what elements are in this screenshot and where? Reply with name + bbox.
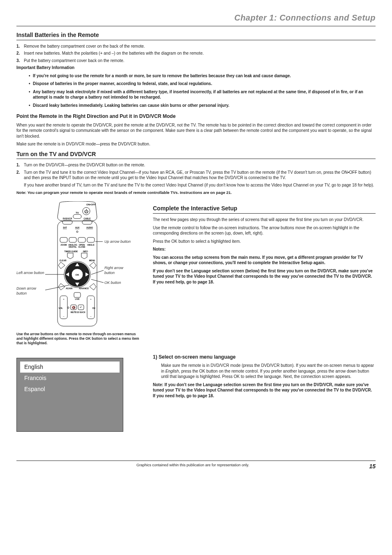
svg-text:DVD/VCR: DVD/VCR bbox=[63, 217, 72, 220]
svg-text:AUDIO: AUDIO bbox=[86, 226, 93, 229]
svg-text:⏻: ⏻ bbox=[84, 209, 88, 214]
remote-diagram: ON•OFF ⏻ TV DVD/VCR CABLE SAT AUX AUDIO bbox=[16, 201, 140, 329]
list-item: 1.Turn on the DVD/VCR—press the DVD/VCR … bbox=[16, 162, 376, 168]
remote-caption: Use the arrow buttons on the remote to m… bbox=[16, 332, 140, 345]
program-note: Note: You can program your remote to ope… bbox=[16, 190, 376, 196]
svg-text:LIVE: LIVE bbox=[75, 298, 80, 300]
list-item: Dispose of batteries in the proper manne… bbox=[29, 81, 376, 87]
footer-text: Graphics contained within this publicati… bbox=[136, 463, 249, 470]
language-option-espanol[interactable]: Espanol bbox=[20, 384, 120, 395]
battery-bullets: If you're not going to use the remote fo… bbox=[29, 73, 376, 108]
svg-text:CABLE: CABLE bbox=[83, 217, 91, 220]
list-item: Discard leaky batteries immediately. Lea… bbox=[29, 103, 376, 108]
heading-point-remote: Point the Remote in the Right Direction … bbox=[16, 113, 376, 120]
svg-text:AGAIN: AGAIN bbox=[66, 287, 73, 290]
callout-right-arrow: Right arrow button bbox=[104, 265, 133, 275]
svg-text:MENU: MENU bbox=[89, 259, 95, 262]
label-onoff: ON•OFF bbox=[86, 203, 96, 206]
step-text: Turn on the TV and tune it to the correc… bbox=[24, 170, 371, 180]
language-option-francois[interactable]: Francois bbox=[20, 373, 120, 384]
body-text: Make sure the remote is in DVD/VCR mode … bbox=[161, 363, 376, 380]
body-text: When you want the remote to operate the … bbox=[16, 122, 376, 139]
list-item: 1.Remove the battery compartment cover o… bbox=[16, 44, 376, 49]
step-text: Remove the battery compartment cover on … bbox=[24, 44, 145, 48]
svg-text:↶: ↶ bbox=[80, 306, 82, 309]
body-text: Make sure the remote is in DVD/VCR mode—… bbox=[16, 141, 376, 147]
svg-text:ADVANCE: ADVANCE bbox=[79, 287, 89, 290]
callout-up-arrow: Up arrow button bbox=[104, 239, 131, 244]
setup-note: You can access the setup screens from th… bbox=[153, 255, 376, 266]
page-footer: Graphics contained within this publicati… bbox=[16, 461, 376, 470]
language-note: Note: If you don't see the Language sele… bbox=[153, 382, 376, 399]
text-fragment: , press the OK button on the remote cont… bbox=[161, 369, 369, 379]
text-emphasis: English bbox=[166, 369, 179, 373]
svg-text:DIGITAL: DIGITAL bbox=[69, 246, 77, 248]
svg-text:OK: OK bbox=[76, 274, 80, 276]
svg-text:🔇: 🔇 bbox=[72, 306, 76, 309]
body-text: The next few pages step you through the … bbox=[153, 217, 376, 223]
svg-text:ZOOM: ZOOM bbox=[61, 244, 67, 246]
battery-steps: 1.Remove the battery compartment cover o… bbox=[16, 44, 376, 64]
body-text: If you have another brand of TV, turn on… bbox=[24, 182, 376, 188]
svg-text:MUTE: MUTE bbox=[71, 311, 77, 313]
page-number: 15 bbox=[369, 463, 376, 470]
svg-text:SAT: SAT bbox=[63, 226, 67, 229]
body-text: Press the OK button to select a highligh… bbox=[153, 239, 376, 244]
list-item: Any battery may leak electrolyte if mixe… bbox=[29, 89, 376, 100]
list-item: 2.Turn on the TV and tune it to the corr… bbox=[16, 170, 376, 181]
heading-install-batteries: Install Batteries in the Remote bbox=[16, 31, 376, 40]
language-selection-screen: English Francois Espanol bbox=[16, 358, 123, 432]
turn-on-steps: 1.Turn on the DVD/VCR—press the DVD/VCR … bbox=[16, 162, 376, 181]
body-text: Use the remote control to follow the on-… bbox=[153, 225, 376, 236]
svg-text:CLOSE: CLOSE bbox=[78, 246, 85, 248]
svg-text:VOL: VOL bbox=[59, 307, 63, 309]
language-option-english[interactable]: English bbox=[20, 362, 120, 373]
list-item: 3.Put the battery compartment cover back… bbox=[16, 58, 376, 64]
setup-note: If you don't see the Language selection … bbox=[153, 268, 376, 285]
notes-label: Notes: bbox=[153, 246, 376, 252]
heading-complete-setup: Complete the Interactive Setup bbox=[153, 205, 376, 214]
callout-ok: OK button bbox=[104, 280, 121, 285]
heading-turn-on: Turn on the TV and DVD/VCR bbox=[16, 150, 376, 159]
list-item: If you're not going to use the remote fo… bbox=[29, 73, 376, 79]
chapter-title: Chapter 1: Connections and Setup bbox=[16, 12, 376, 26]
battery-info-heading: Important Battery Information bbox=[16, 65, 376, 71]
svg-text:TV: TV bbox=[76, 212, 79, 214]
step-text: Insert new batteries. Match the polariti… bbox=[24, 51, 204, 55]
callout-left-arrow: Left arrow button bbox=[16, 270, 45, 275]
svg-text:AUX: AUX bbox=[75, 226, 80, 229]
svg-text:CLEAR: CLEAR bbox=[59, 259, 67, 262]
svg-text:CH: CH bbox=[92, 307, 95, 309]
svg-text:ANGLE: ANGLE bbox=[87, 244, 95, 246]
svg-text:GO BACK: GO BACK bbox=[76, 311, 85, 313]
step-text: Put the battery compartment cover back o… bbox=[24, 58, 125, 63]
svg-text:TIMER GUIDE: TIMER GUIDE bbox=[65, 250, 78, 253]
step-text: Turn on the DVD/VCR—press the DVD/VCR bu… bbox=[24, 163, 145, 167]
callout-down-arrow: Down arrow button bbox=[16, 286, 45, 296]
heading-select-language: 1) Select on-screen menu language bbox=[153, 354, 376, 360]
svg-text:+: + bbox=[90, 298, 92, 300]
list-item: 2.Insert new batteries. Match the polari… bbox=[16, 51, 376, 56]
svg-text:INFO: INFO bbox=[83, 250, 88, 253]
svg-text:+: + bbox=[63, 298, 65, 300]
